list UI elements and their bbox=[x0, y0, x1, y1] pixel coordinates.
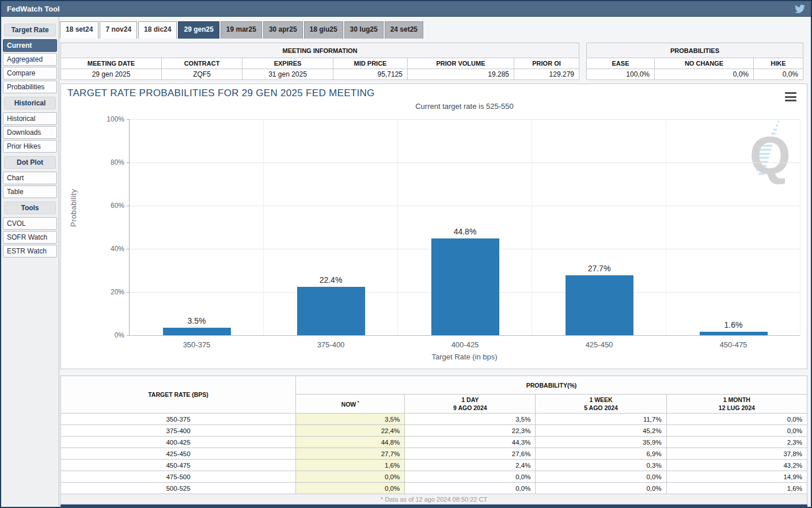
bar-value-label: 44.8% bbox=[454, 227, 477, 238]
meeting-tab-30-lug25[interactable]: 30 lug25 bbox=[344, 21, 384, 39]
info-column-header: EASE bbox=[587, 58, 655, 69]
day-probability-cell: 22,3% bbox=[405, 425, 536, 437]
probability-bar[interactable] bbox=[431, 238, 499, 335]
fedwatch-app: FedWatch Tool Target RateCurrentAggregat… bbox=[0, 0, 812, 508]
sidebar-item-compare[interactable]: Compare bbox=[3, 67, 57, 79]
sidebar-item-sofr-watch[interactable]: SOFR Watch bbox=[3, 231, 57, 244]
now-probability-cell: 27,7% bbox=[296, 448, 405, 460]
x-gridline bbox=[666, 119, 666, 335]
meeting-tab-24-set25[interactable]: 24 set25 bbox=[385, 21, 423, 39]
sidebar-item-aggregated[interactable]: Aggregated bbox=[3, 53, 57, 66]
info-column-header: EXPIRES bbox=[242, 58, 333, 69]
rate-range-cell: 475-500 bbox=[61, 471, 296, 483]
month-probability-cell: 43,2% bbox=[666, 460, 807, 471]
rate-range-cell: 500-525 bbox=[61, 483, 296, 494]
now-probability-cell: 0,0% bbox=[296, 483, 405, 494]
day-probability-cell: 0,0% bbox=[405, 471, 536, 483]
y-axis-title: Probability bbox=[69, 189, 78, 227]
meeting-tab-18-dic24[interactable]: 18 dic24 bbox=[138, 21, 177, 39]
sidebar-section-header: Dot Plot bbox=[4, 156, 56, 169]
sidebar-item-downloads[interactable]: Downloads bbox=[3, 126, 57, 139]
sidebar-item-prior-hikes[interactable]: Prior Hikes bbox=[3, 140, 57, 153]
y-tick-mark bbox=[127, 249, 130, 249]
info-column-header: MID PRICE bbox=[333, 58, 408, 69]
x-gridline bbox=[263, 119, 264, 335]
y-tick-label: 80% bbox=[111, 158, 124, 166]
week-probability-cell: 6,9% bbox=[536, 448, 666, 460]
x-category-label: 425-450 bbox=[586, 340, 613, 349]
probability-sub-header: 1 DAY9 AGO 2024 bbox=[405, 395, 536, 414]
x-gridline bbox=[800, 119, 800, 335]
probability-bar[interactable] bbox=[700, 332, 768, 335]
sidebar-section-header: Target Rate bbox=[4, 24, 56, 36]
y-tick-mark bbox=[127, 119, 130, 120]
sidebar-item-probabilities[interactable]: Probabilities bbox=[3, 81, 57, 93]
probability-history-table: TARGET RATE (BPS) PROBABILITY(%) NOW *1 … bbox=[60, 376, 807, 505]
week-probability-cell: 0,0% bbox=[536, 471, 666, 483]
chart-context-menu-icon[interactable] bbox=[785, 92, 796, 101]
week-probability-cell: 0,0% bbox=[536, 483, 666, 494]
y-gridline bbox=[130, 162, 800, 163]
meeting-tab-18-giu25[interactable]: 18 giu25 bbox=[304, 21, 343, 39]
y-tick-label: 60% bbox=[111, 202, 124, 210]
info-column-header: HIKE bbox=[754, 58, 803, 69]
meeting-tab-30-apr25[interactable]: 30 apr25 bbox=[263, 21, 303, 39]
meeting-tab-18-set24[interactable]: 18 set24 bbox=[60, 21, 98, 39]
month-probability-cell: 0,0% bbox=[666, 414, 807, 425]
day-probability-cell: 44,3% bbox=[405, 437, 536, 448]
y-tick-mark bbox=[127, 335, 130, 336]
main-content: 18 set247 nov2418 dic2429 gen2519 mar253… bbox=[59, 17, 811, 507]
info-value: 129.279 bbox=[514, 69, 579, 80]
y-tick-label: 20% bbox=[111, 288, 124, 296]
week-probability-cell: 11,7% bbox=[536, 414, 666, 425]
sidebar-item-table[interactable]: Table bbox=[3, 185, 57, 198]
meeting-info-title: MEETING INFORMATION bbox=[61, 43, 579, 58]
sidebar-section-header: Historical bbox=[4, 97, 56, 109]
month-probability-cell: 2,3% bbox=[666, 437, 807, 448]
title-bar: FedWatch Tool bbox=[1, 1, 811, 17]
info-column-header: CONTRACT bbox=[162, 58, 242, 69]
info-value: 29 gen 2025 bbox=[61, 69, 162, 80]
meeting-tab-29-gen25[interactable]: 29 gen25 bbox=[178, 21, 219, 39]
day-probability-cell: 2,4% bbox=[405, 460, 536, 471]
meeting-tab-19-mar25[interactable]: 19 mar25 bbox=[221, 21, 262, 39]
probability-sub-header: 1 WEEK5 AGO 2024 bbox=[536, 395, 666, 414]
info-column-header: PRIOR VOLUME bbox=[408, 58, 514, 69]
sidebar-section-header: Tools bbox=[4, 202, 56, 214]
y-gridline bbox=[130, 119, 800, 120]
probability-sub-header: NOW * bbox=[296, 395, 405, 414]
rate-range-cell: 425-450 bbox=[61, 448, 296, 460]
sidebar-item-cvol[interactable]: CVOL bbox=[3, 217, 57, 230]
table-row: 425-45027,7%27,6%6,9%37,8% bbox=[61, 448, 807, 460]
meeting-tab-7-nov24[interactable]: 7 nov24 bbox=[100, 21, 137, 39]
probability-bar[interactable] bbox=[297, 287, 365, 335]
month-probability-cell: 0,0% bbox=[666, 425, 807, 437]
bar-value-label: 1.6% bbox=[724, 320, 743, 332]
table-row: 450-4751,6%2,4%0,3%43,2% bbox=[61, 460, 807, 471]
x-axis-title: Target Rate (in bps) bbox=[129, 352, 800, 361]
sidebar-item-estr-watch[interactable]: ESTR Watch bbox=[3, 245, 57, 257]
x-category-label: 350-375 bbox=[183, 340, 211, 349]
bar-value-label: 27.7% bbox=[588, 264, 611, 275]
sidebar-item-historical[interactable]: Historical bbox=[3, 112, 57, 125]
probabilities-summary-title: PROBABILITIES bbox=[587, 43, 803, 58]
day-probability-cell: 0,0% bbox=[405, 483, 536, 494]
probability-bar[interactable] bbox=[566, 275, 633, 335]
meeting-info-table: MEETING INFORMATION MEETING DATECONTRACT… bbox=[60, 43, 579, 80]
table-row: 400-42544,8%44,3%35,9%2,3% bbox=[61, 437, 807, 448]
info-value: 95,7125 bbox=[333, 69, 408, 80]
y-tick-mark bbox=[127, 292, 130, 293]
week-probability-cell: 45,2% bbox=[536, 425, 666, 437]
sidebar-item-chart[interactable]: Chart bbox=[3, 172, 57, 184]
rate-range-cell: 375-400 bbox=[61, 425, 296, 437]
y-tick-mark bbox=[127, 162, 130, 163]
probability-bar[interactable] bbox=[163, 328, 231, 335]
twitter-icon[interactable] bbox=[795, 5, 805, 13]
probability-history-section: TARGET RATE (BPS) PROBABILITY(%) NOW *1 … bbox=[60, 376, 807, 505]
x-category-label: 375-400 bbox=[317, 340, 345, 349]
month-probability-cell: 1,6% bbox=[666, 483, 807, 494]
chart-subtitle: Current target rate is 525-550 bbox=[129, 102, 800, 111]
data-as-of-note: * Data as of 12 ago 2024 08:50:22 CT bbox=[61, 494, 807, 505]
sidebar-item-current[interactable]: Current bbox=[3, 39, 57, 52]
rate-range-cell: 450-475 bbox=[61, 460, 296, 471]
